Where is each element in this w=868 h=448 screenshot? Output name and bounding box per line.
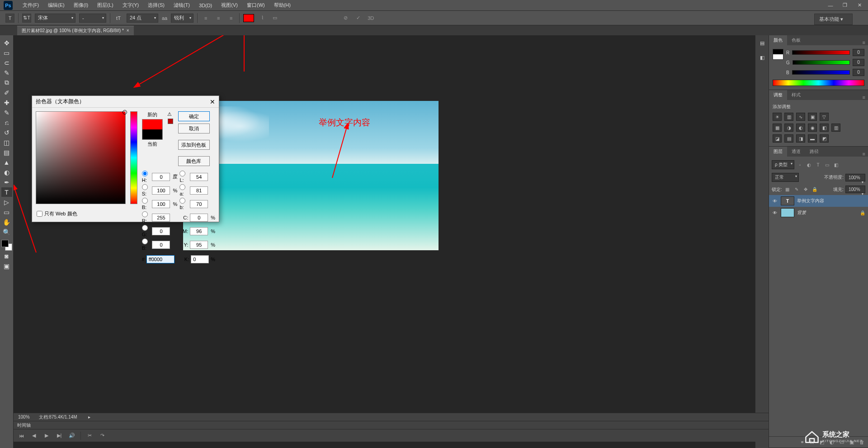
l-input[interactable] [190,173,208,181]
document-canvas[interactable]: 举例文字内容 [183,101,439,250]
transition-button[interactable]: ↷ [98,432,106,440]
zoom-level[interactable]: 100% [18,415,30,419]
layer-visibility-toggle[interactable]: 👁 [772,210,778,215]
color-picker-close-button[interactable]: ✕ [210,98,215,105]
layer-visibility-toggle[interactable]: 👁 [772,199,778,204]
spot-heal-tool[interactable]: ✚ [1,98,12,107]
document-info[interactable]: 文档:875.4K/1.14M [39,414,77,420]
font-style-dropdown[interactable]: - [79,14,106,23]
bw-icon[interactable]: ◐ [796,124,805,132]
path-select-tool[interactable]: ▷ [1,197,12,207]
eraser-tool[interactable]: ◫ [1,138,12,147]
b-slider-value[interactable]: 0 [853,69,864,76]
layer-lock-icon[interactable]: 🔒 [860,210,865,215]
brightness-icon[interactable]: ☀ [773,113,782,121]
b-radio[interactable]: b: [179,198,188,210]
split-button[interactable]: ✂ [85,432,94,440]
y-input[interactable] [190,241,208,249]
layer-row-text[interactable]: 👁 T 举例文字内容 [769,195,868,207]
lock-position-icon[interactable]: ✥ [802,186,809,193]
document-tab-close[interactable]: × [127,28,129,33]
l-radio[interactable]: L: [179,171,188,183]
color-picker-titlebar[interactable]: 拾色器（文本颜色） ✕ [32,96,219,108]
layer-name[interactable]: 举例文字内容 [797,198,824,204]
color-libraries-button[interactable]: 颜色库 [178,156,210,166]
hand-tool[interactable]: ✋ [1,217,12,227]
color-field[interactable] [36,111,126,204]
c-input[interactable] [190,214,208,222]
menu-layer[interactable]: 图层(L) [93,2,118,9]
bb-input[interactable] [152,241,170,249]
tab-styles[interactable]: 样式 [787,90,805,100]
r-slider[interactable] [792,50,850,55]
m-input[interactable] [190,227,208,235]
properties-panel-icon[interactable]: ◧ [757,52,767,62]
menu-filter[interactable]: 滤镜(T) [169,2,194,9]
history-panel-icon[interactable]: ▤ [757,38,767,48]
font-family-dropdown[interactable]: 宋体 [35,14,75,23]
timeline-header[interactable]: 时间轴 [14,421,769,429]
move-tool[interactable]: ✥ [1,38,12,48]
lasso-tool[interactable]: ⊂ [1,58,12,67]
workspace-switcher[interactable]: 基本功能 [814,14,853,25]
rectangle-tool[interactable]: ▭ [1,207,12,217]
prev-frame-button[interactable]: ◀ [30,432,38,440]
b-input[interactable] [190,200,208,208]
type-tool[interactable]: T [1,187,12,197]
color-panel-swatch[interactable] [773,49,783,60]
cancel-button[interactable]: 取消 [178,124,210,133]
first-frame-button[interactable]: ⏮ [17,432,25,440]
eyedropper-tool[interactable]: ✐ [1,88,12,97]
dodge-tool[interactable]: ◐ [1,167,12,177]
s-input[interactable] [152,186,170,195]
minimize-button[interactable]: — [826,2,835,9]
blur-tool[interactable]: ▲ [1,157,12,167]
gradient-tool[interactable]: ▤ [1,148,12,157]
panel-menu-icon[interactable]: ≡ [860,151,868,157]
color-lookup-icon[interactable]: ▥ [831,124,840,132]
exposure-icon[interactable]: ▣ [808,113,817,121]
layer-name[interactable]: 背景 [797,210,806,216]
tab-adjustments[interactable]: 调整 [769,90,787,100]
filter-smart-icon[interactable]: ◧ [832,161,840,168]
h-input[interactable] [152,173,170,181]
tab-color[interactable]: 颜色 [769,35,787,45]
layer-filter-dropdown[interactable]: ρ 类型 [772,160,794,169]
lock-pixels-icon[interactable]: ✎ [793,186,800,193]
a-input[interactable] [190,186,208,195]
menu-view[interactable]: 视图(V) [217,2,242,9]
g-input[interactable] [152,227,170,235]
panel-menu-icon[interactable]: ≡ [860,95,868,100]
text-orientation-toggle[interactable]: ⇅T [22,14,31,23]
h-radio[interactable]: H: [142,171,151,183]
photo-filter-icon[interactable]: ◉ [808,124,817,132]
menu-edit[interactable]: 编辑(E) [43,2,69,9]
s-radio[interactable]: S: [142,184,151,196]
foreground-color-swatch[interactable] [1,240,9,247]
curves-icon[interactable]: ∿ [796,113,805,121]
zoom-tool[interactable]: 🔍 [1,227,12,237]
warp-text-button[interactable]: ⌇ [258,14,267,23]
r-slider-value[interactable]: 0 [853,49,864,56]
menu-type[interactable]: 文字(Y) [118,2,144,9]
menu-select[interactable]: 选择(S) [143,2,169,9]
k-input[interactable] [191,255,209,263]
gradient-map-icon[interactable]: ▬ [808,134,817,143]
crop-tool[interactable]: ⧉ [1,78,12,87]
add-to-swatches-button[interactable]: 添加到色板 [178,140,210,150]
character-panel-button[interactable]: ▭ [270,14,279,23]
hue-slider[interactable] [130,111,137,204]
channel-mixer-icon[interactable]: ◧ [820,124,829,132]
a-radio[interactable]: a: [179,184,188,196]
filter-adjust-icon[interactable]: ◐ [805,161,812,168]
play-button[interactable]: ▶ [42,432,51,440]
clone-stamp-tool[interactable]: ⎌ [1,118,12,127]
hex-input[interactable] [146,255,175,263]
cancel-edits-button[interactable]: ⊘ [341,14,350,23]
bv-input[interactable] [152,200,170,208]
g-radio[interactable]: G: [142,225,151,237]
marquee-tool[interactable]: ▭ [1,48,12,57]
lock-transparent-icon[interactable]: ▦ [784,186,791,193]
sample-text-layer[interactable]: 举例文字内容 [319,117,370,129]
pen-tool[interactable]: ✒ [1,177,12,187]
